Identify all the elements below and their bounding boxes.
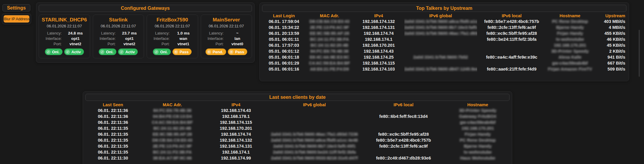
blurred-cell-value: D8:CB:8A:C9:E0:43 <box>309 19 350 24</box>
cell-value: fe80::b5e7:e428:4bc6:757b <box>376 138 431 143</box>
interface-label: Interface: <box>149 36 171 41</box>
table-cell <box>361 149 446 155</box>
cell-value: 667 Bit/s <box>607 61 625 65</box>
table-cell: 4 MBit/s <box>594 24 626 30</box>
gateway-latency-row: Latency:23.7 ms <box>95 31 142 35</box>
status-badge: ✓Activ <box>118 49 138 55</box>
table-cell: 05.01. 06:01:12 <box>262 48 306 54</box>
cell-value: 192.168.174.43 <box>364 49 394 54</box>
table-cell <box>268 107 361 113</box>
cell-value: 192.168.174.1 <box>365 37 393 42</box>
column-header: IPv4 <box>353 13 404 18</box>
interface-value: opt1 <box>117 36 142 41</box>
blur-ip-address-button[interactable]: Blur IP Address <box>4 15 29 23</box>
page-scrollbar[interactable] <box>639 30 640 77</box>
table-cell <box>361 107 446 113</box>
table-cell: fe80::2cfe:13ff:fef6:ac9f <box>477 24 546 30</box>
cell-value: 05.01. 06:01:12 <box>269 49 299 54</box>
table-cell: 84:FC:E6:78:4B:38 <box>306 48 353 54</box>
gateway-interface-row: Interface:opt1 <box>41 36 88 41</box>
table-header-row: Last SeenMAC Adr.IPv4IPv6 globalIPv6 loc… <box>85 102 510 107</box>
table-cell: Haus Wohnstube <box>446 155 510 161</box>
status-badge: ✓Onl. <box>99 49 116 55</box>
port-label: Port: <box>203 42 225 46</box>
gateway-interface-row: Interface:lan <box>203 36 250 41</box>
blurred-cell-value: 192.168.170.201 <box>554 43 586 48</box>
table-cell: 192.168.178.1 <box>204 113 268 119</box>
configured-gateways-title: Configured Gateways <box>39 5 252 12</box>
port-label: Port: <box>149 42 171 46</box>
blurred-cell-value: tv-wohnstube <box>556 37 584 42</box>
status-badge: ✕Pass <box>228 49 247 55</box>
cell-value: 06.01. 17:59:04 <box>269 19 299 24</box>
cell-value: 05.01. 06:01:29 <box>269 61 299 65</box>
table-cell: 06.01. 22:11:30 <box>85 155 140 161</box>
table-cell: 192.168.174.74 <box>204 131 268 137</box>
table-cell: 192.168.174.131 <box>204 143 268 149</box>
column-header: MAC Adr. <box>140 102 204 107</box>
table-cell: 192.168.174.74 <box>353 30 404 36</box>
table-cell: 192.168.174.132 <box>353 18 404 24</box>
table-cell: 06.01. 22:11:36 <box>85 113 140 119</box>
x-icon: ✕ <box>229 50 234 54</box>
status-badge: ✓Onl. <box>45 49 62 55</box>
latency-value: 23.7 ms <box>117 31 142 35</box>
configured-gateways-panel: Configured Gateways STARLINK_DHCP606.01.… <box>36 2 255 63</box>
blurred-cell-value: Bjarne Handy <box>556 25 584 30</box>
cell-value: 192.168.174.99 <box>221 156 251 160</box>
table-cell: gw-c4ac59eab4bf <box>546 60 594 66</box>
cell-value: fe80::be24:11ff:fef2:3bfa <box>487 37 537 42</box>
blurred-cell-value: Bjarne Handy <box>464 144 491 149</box>
table-cell: 06.01. 22:11:35 <box>85 149 140 155</box>
table-cell: 192.168.174.103 <box>353 66 404 72</box>
blurred-cell-value: BC:24:11:82:20:4B <box>153 126 191 131</box>
table-cell: gw-c4ac59eab4bf <box>446 119 510 125</box>
status-badge-label: Activ <box>71 50 81 54</box>
table-cell: 05.01. 06:01:11 <box>262 36 306 42</box>
table-cell <box>361 125 446 131</box>
blurred-cell-value: 2a0d:3341:b7b6:5600:a8ca:f5d5:a1cc:4e48 <box>404 19 477 24</box>
port-value: vtnet2 <box>117 42 142 46</box>
cell-value: fe80::2cfe:13ff:fef6:ac9f <box>379 144 428 149</box>
cell-value: 06.01. 22:11:35 <box>98 138 128 143</box>
blurred-cell-value: 3D-Printer Speedy <box>551 49 589 54</box>
table-cell <box>404 36 477 42</box>
table-cell: 192.168.174.131 <box>353 24 404 30</box>
table-row: 06.01. 22:11:36C4:AC:59:EA:B4:BF192.168.… <box>85 119 510 125</box>
table-cell: 84:FC:E6:78:4B:38 <box>140 107 204 113</box>
blurred-cell-value: C4:AC:59:EA:B4:BF <box>309 61 350 65</box>
blurred-cell-value: 2a0d:3341:b7b6:5600:46ac:7fa1:d93d:7236 <box>404 31 477 36</box>
table-cell: 38:EA:A7:8F:9C:66 <box>140 155 204 161</box>
gateway-card: Starlink06.01.2026 22:11:07Latency:23.7 … <box>93 15 144 58</box>
column-header: IPv4 <box>204 102 268 107</box>
latency-label: Latency: <box>203 31 225 35</box>
table-cell: 2a0d:3341:b7b6:5600:46ac:7fa1:d93d:7236 <box>404 30 477 36</box>
gateway-card: MainServer06.01.2026 22:11:07Latency:~In… <box>201 15 252 58</box>
latency-value: 24.8 ms <box>63 31 88 35</box>
table-cell: C4:AC:59:EA:B4:BF <box>306 60 353 66</box>
table-cell: A8:E6:21:FE:F4:D9 <box>306 66 353 72</box>
table-cell: 192.168.170.201 <box>353 42 404 48</box>
table-cell: Firjan Handy <box>446 131 510 137</box>
cell-value: 192.168.174.132 <box>363 19 395 24</box>
gateway-status-badges: ✓Onl.✕Pass <box>149 49 196 55</box>
table-cell: 06.01. 22:11:35 <box>85 131 140 137</box>
table-cell: 06.01. 15:34:22 <box>262 24 306 30</box>
table-cell: BC:24:11:F2:3B:FA <box>140 149 204 155</box>
blurred-cell-value: Haus Wohnstube <box>460 156 495 160</box>
table-cell: tv-wohnstube <box>446 149 510 155</box>
settings-title-label: Settings <box>7 5 26 10</box>
status-badge-label: Pass <box>180 50 189 54</box>
interface-value: lan <box>225 36 250 41</box>
table-row: 05.01. 06:01:29C4:AC:59:EA:B4:BF192.168.… <box>262 60 626 66</box>
table-cell: 2a0d:3341:b7b6:5600:8b7:16e3:faf5:45f1 <box>268 143 361 149</box>
blurred-cell-value: 04:B4:FE:C8:13:D4 <box>153 114 192 119</box>
table-cell: 192.168.170.201 <box>546 42 594 48</box>
table-cell <box>268 119 361 125</box>
blurred-cell-value: D8:CB:8A:C9:E0:43 <box>152 138 192 143</box>
status-badge-label: Activ <box>125 50 135 54</box>
cell-value: 06.01. 22:11:35 <box>98 126 128 131</box>
check-icon: ✓ <box>100 50 104 54</box>
table-row: 06.01. 17:57:03BC:24:11:82:20:4B192.168.… <box>262 42 626 48</box>
table-cell: 2a0d:3341:b7b6:5600:d847:1245:8eec:9dff <box>404 66 477 72</box>
